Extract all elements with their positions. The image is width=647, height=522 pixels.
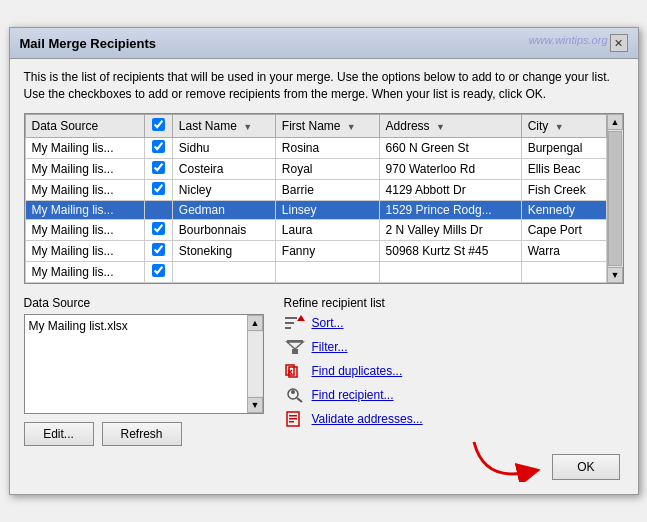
cell-address: 50968 Kurtz St #45 (379, 240, 521, 261)
table-scrollbar[interactable]: ▲ ▼ (607, 114, 623, 283)
cell-lastname: Nicley (172, 179, 275, 200)
cell-city: Burpengal (521, 137, 606, 158)
datasource-item[interactable]: My Mailing list.xlsx (29, 319, 243, 333)
cell-lastname: Sidhu (172, 137, 275, 158)
scroll-down-btn[interactable]: ▼ (607, 267, 623, 283)
find-recipient-link[interactable]: Find recipient... (284, 386, 624, 404)
svg-line-12 (297, 398, 302, 402)
svg-rect-16 (289, 418, 297, 420)
row-checkbox[interactable] (152, 222, 165, 235)
cell-checkbox (144, 240, 172, 261)
table-row[interactable]: My Mailing lis... (25, 261, 606, 282)
svg-rect-1 (285, 322, 294, 324)
refine-links: Sort... Filter... Find duplicates... (284, 314, 624, 428)
find-recipient-icon (284, 386, 306, 404)
filter-icon (284, 338, 306, 356)
recipients-table-wrapper: Data Source Last Name ▼ First Name (24, 113, 624, 284)
datasource-list: My Mailing list.xlsx (25, 315, 247, 413)
table-header-row: Data Source Last Name ▼ First Name (25, 114, 606, 137)
col-check[interactable] (144, 114, 172, 137)
cell-firstname: Rosina (275, 137, 379, 158)
edit-refresh-row: Edit... Refresh (24, 422, 264, 446)
duplicates-link[interactable]: Find duplicates... (284, 362, 624, 380)
col-datasource[interactable]: Data Source (25, 114, 144, 137)
recipients-table-inner: Data Source Last Name ▼ First Name (25, 114, 607, 283)
cell-datasource: My Mailing lis... (25, 137, 144, 158)
table-row[interactable]: My Mailing lis...StonekingFanny50968 Kur… (25, 240, 606, 261)
table-row[interactable]: My Mailing lis...NicleyBarrie4129 Abbott… (25, 179, 606, 200)
sort-link[interactable]: Sort... (284, 314, 624, 332)
ds-scroll-down[interactable]: ▼ (247, 397, 263, 413)
cell-address: 660 N Green St (379, 137, 521, 158)
cell-firstname: Barrie (275, 179, 379, 200)
svg-marker-5 (287, 342, 303, 349)
svg-rect-17 (289, 421, 294, 423)
row-checkbox[interactable] (152, 182, 165, 195)
edit-button[interactable]: Edit... (24, 422, 94, 446)
table-row[interactable]: My Mailing lis...CosteiraRoyal970 Waterl… (25, 158, 606, 179)
datasource-scrollbar[interactable]: ▲ ▼ (247, 315, 263, 413)
svg-marker-3 (297, 315, 305, 321)
col-firstname[interactable]: First Name ▼ (275, 114, 379, 137)
recipients-table: Data Source Last Name ▼ First Name (25, 114, 607, 283)
col-city[interactable]: City ▼ (521, 114, 606, 137)
datasource-box: My Mailing list.xlsx ▲ ▼ (24, 314, 264, 414)
cell-checkbox (144, 179, 172, 200)
ok-area: OK (24, 454, 624, 484)
row-checkbox[interactable] (152, 140, 165, 153)
cell-datasource: My Mailing lis... (25, 200, 144, 219)
mail-merge-dialog: Mail Merge Recipients www.wintips.org ✕ … (9, 27, 639, 495)
cell-firstname: Linsey (275, 200, 379, 219)
cell-firstname: Royal (275, 158, 379, 179)
title-bar: Mail Merge Recipients www.wintips.org ✕ (10, 28, 638, 59)
city-sort-icon: ▼ (555, 122, 564, 132)
cell-address: 2 N Valley Mills Dr (379, 219, 521, 240)
ok-button[interactable]: OK (552, 454, 619, 480)
ds-scroll-up[interactable]: ▲ (247, 315, 263, 331)
cell-city: Cape Port (521, 219, 606, 240)
cell-datasource: My Mailing lis... (25, 219, 144, 240)
refine-section: Refine recipient list Sort... Filter... (284, 296, 624, 446)
row-checkbox[interactable] (152, 161, 165, 174)
refresh-button[interactable]: Refresh (102, 422, 182, 446)
sort-icon (284, 314, 306, 332)
cell-firstname: Fanny (275, 240, 379, 261)
close-button[interactable]: ✕ (610, 34, 628, 52)
cell-firstname (275, 261, 379, 282)
row-checkbox[interactable] (152, 264, 165, 277)
cell-datasource: My Mailing lis... (25, 179, 144, 200)
validate-icon (284, 410, 306, 428)
col-address[interactable]: Address ▼ (379, 114, 521, 137)
table-row[interactable]: My Mailing lis...BourbonnaisLaura2 N Val… (25, 219, 606, 240)
cell-lastname (172, 261, 275, 282)
watermark: www.wintips.org (529, 34, 608, 46)
col-lastname[interactable]: Last Name ▼ (172, 114, 275, 137)
table-body: My Mailing lis...SidhuRosina660 N Green … (25, 137, 606, 282)
dialog-body: This is the list of recipients that will… (10, 59, 638, 494)
cell-lastname: Costeira (172, 158, 275, 179)
validate-link[interactable]: Validate addresses... (284, 410, 624, 428)
cell-address: 1529 Prince Rodg... (379, 200, 521, 219)
datasource-section: Data Source My Mailing list.xlsx ▲ ▼ Edi… (24, 296, 264, 446)
scroll-thumb[interactable] (608, 131, 622, 266)
firstname-sort-icon: ▼ (347, 122, 356, 132)
svg-rect-6 (292, 349, 298, 354)
scroll-up-btn[interactable]: ▲ (607, 114, 623, 130)
title-bar-controls: ✕ (610, 34, 628, 52)
cell-checkbox (144, 200, 172, 219)
filter-link[interactable]: Filter... (284, 338, 624, 356)
svg-point-13 (291, 390, 295, 394)
lastname-sort-icon: ▼ (243, 122, 252, 132)
select-all-checkbox[interactable] (152, 118, 165, 131)
refine-label: Refine recipient list (284, 296, 624, 310)
cell-lastname: Bourbonnais (172, 219, 275, 240)
table-row[interactable]: My Mailing lis...GedmanLinsey1529 Prince… (25, 200, 606, 219)
validate-link-text: Validate addresses... (312, 412, 423, 426)
datasource-label: Data Source (24, 296, 264, 310)
ds-scroll-track (248, 332, 262, 396)
filter-link-text: Filter... (312, 340, 348, 354)
sort-link-text: Sort... (312, 316, 344, 330)
row-checkbox[interactable] (152, 243, 165, 256)
cell-datasource: My Mailing lis... (25, 158, 144, 179)
table-row[interactable]: My Mailing lis...SidhuRosina660 N Green … (25, 137, 606, 158)
